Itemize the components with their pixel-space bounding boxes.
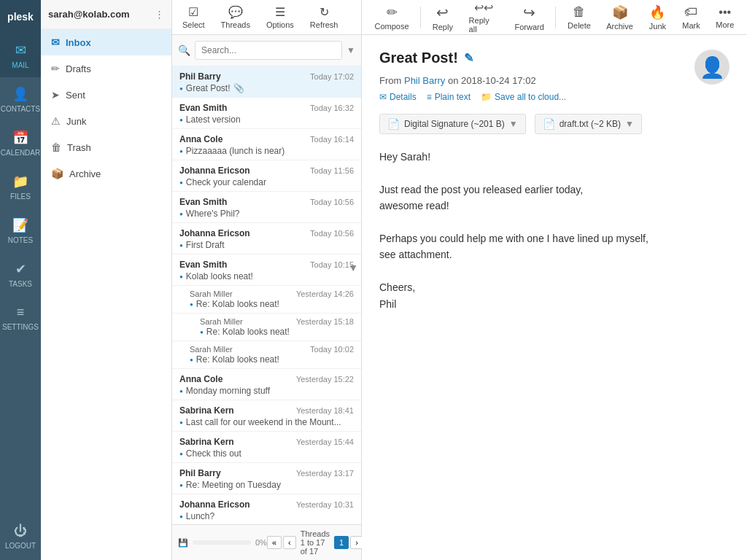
options-label: Options — [266, 20, 294, 29]
threads-icon: 💬 — [228, 5, 243, 19]
avatar-placeholder: 👤 — [700, 55, 725, 79]
folder-panel: sarah@kolab.com ⋮ ✉ Inbox ✏ Drafts ➤ Sen… — [41, 0, 172, 560]
refresh-button[interactable]: ↻ Refresh — [303, 2, 346, 32]
folder-header-more-icon[interactable]: ⋮ — [155, 9, 164, 20]
folder-item-drafts-label: Drafts — [66, 63, 91, 74]
thread-collapse-icon[interactable]: ▼ — [348, 262, 358, 273]
email-header-row: Great Post! ✎ From Phil Barry on 2018-10… — [379, 50, 729, 114]
search-dropdown-icon[interactable]: ▼ — [347, 45, 355, 55]
archive-button[interactable]: 📦 Archive — [600, 1, 640, 34]
message-item[interactable]: Phil Barry Yesterday 13:17 ● Re: Meeting… — [172, 463, 361, 494]
junk-button[interactable]: 🔥 Junk — [641, 1, 673, 34]
sub-msg-sender: Sarah Miller — [190, 345, 233, 354]
email-body-line: Cheers, — [379, 279, 729, 295]
email-date: on 2018-10-24 17:02 — [448, 75, 536, 86]
unread-dot: ● — [179, 242, 183, 249]
pagination-prev-button[interactable]: ‹ — [283, 536, 296, 549]
message-item[interactable]: Evan Smith Today 10:56 ● Where's Phil? — [172, 192, 361, 223]
message-item[interactable]: Evan Smith Today 16:32 ● Latest version — [172, 98, 361, 129]
save-all-link[interactable]: 📁 Save all to cloud... — [481, 92, 566, 102]
mark-icon: 🏷 — [684, 4, 697, 20]
email-body-line: Perhaps you could help me with one I hav… — [379, 230, 729, 246]
digital-sig-dropdown[interactable]: ▼ — [509, 119, 518, 129]
plesk-logo: plesk — [0, 0, 41, 34]
draft-dropdown[interactable]: ▼ — [625, 119, 634, 129]
msg-subject: ● First Draft — [179, 240, 354, 250]
options-button[interactable]: ☰ Options — [259, 2, 301, 32]
message-item[interactable]: Phil Barry Today 17:02 ● Great Post! 📎 — [172, 66, 361, 98]
select-button[interactable]: ☑ Select — [175, 2, 212, 32]
message-item[interactable]: Anna Cole Today 16:14 ● Pizzaaaaa (lunch… — [172, 129, 361, 160]
msg-subject: ● Lunch? — [179, 511, 354, 521]
attachment-digital-sig[interactable]: 📄 Digital Signature (~201 B) ▼ — [379, 114, 526, 134]
sidebar-item-mail-label: MAIL — [12, 61, 28, 69]
msg-sender: Anna Cole — [179, 374, 222, 384]
plain-text-link[interactable]: ≡ Plain text — [427, 92, 471, 102]
folder-item-drafts[interactable]: ✏ Drafts — [41, 55, 171, 82]
compose-button[interactable]: ✏ Compose — [368, 1, 416, 34]
search-input[interactable] — [195, 41, 342, 60]
sidebar-item-mail[interactable]: ✉ MAIL — [0, 34, 41, 77]
folder-item-inbox[interactable]: ✉ Inbox — [41, 29, 171, 55]
email-meta: From Phil Barry on 2018-10-24 17:02 — [379, 75, 694, 86]
reply-button[interactable]: ↩ Reply — [425, 1, 460, 34]
email-actions-row: ✉ Details ≡ Plain text 📁 Save all to clo… — [379, 92, 694, 102]
mark-button[interactable]: 🏷 Mark — [675, 1, 707, 33]
sidebar-item-logout[interactable]: ⏻ LOGOUT — [0, 516, 41, 557]
storage-bar: 💾 0% — [178, 538, 267, 548]
email-edit-icon[interactable]: ✎ — [464, 51, 473, 65]
sub-message-item[interactable]: Sarah Miller Yesterday 15:18 ● Re: Kolab… — [172, 314, 361, 341]
folder-header-user: sarah@kolab.com — [48, 9, 130, 20]
sidebar-item-settings[interactable]: ≡ SETTINGS — [0, 296, 41, 340]
folder-item-archive[interactable]: 📦 Archive — [41, 160, 171, 187]
mark-label: Mark — [682, 21, 700, 30]
folder-item-trash[interactable]: 🗑 Trash — [41, 134, 171, 160]
message-item[interactable]: Johanna Ericson Today 10:56 ● First Draf… — [172, 223, 361, 254]
main-area: ✏ Compose ↩ Reply ↩↩ Reply all ↪ Forward… — [362, 0, 747, 560]
save-all-label: Save all to cloud... — [495, 92, 566, 102]
save-all-icon: 📁 — [481, 92, 492, 102]
sidebar-item-notes[interactable]: 📝 NOTES — [0, 209, 41, 252]
notes-icon: 📝 — [12, 217, 28, 233]
sidebar-item-notes-label: NOTES — [8, 236, 33, 244]
sub-message-item[interactable]: Sarah Miller Today 10:02 ● Re: Kolab loo… — [172, 341, 361, 369]
unread-dot: ● — [179, 85, 183, 92]
toolbar-separator — [420, 7, 421, 28]
folder-item-junk[interactable]: ⚠ Junk — [41, 108, 171, 134]
details-link[interactable]: ✉ Details — [379, 92, 417, 102]
msg-subject: ● Re: Meeting on Tuesday — [179, 480, 354, 490]
pagination-first-button[interactable]: « — [267, 536, 282, 549]
email-from-name[interactable]: Phil Barry — [404, 75, 445, 86]
reply-all-button[interactable]: ↩↩ Reply all — [462, 0, 506, 36]
junk-label: Junk — [649, 22, 666, 31]
reply-all-icon: ↩↩ — [474, 1, 493, 15]
junk-icon: ⚠ — [51, 115, 61, 127]
sidebar-item-contacts[interactable]: 👤 CONTACTS — [0, 77, 41, 121]
unread-dot: ● — [179, 451, 183, 457]
message-item[interactable]: Sabrina Kern Yesterday 18:41 ● Last call… — [172, 400, 361, 432]
message-item[interactable]: Johanna Ericson Yesterday 10:31 ● Lunch? — [172, 494, 361, 524]
attachment-draft[interactable]: 📄 draft.txt (~2 KB) ▼ — [535, 114, 642, 134]
search-bar: 🔍 ▼ — [172, 35, 361, 66]
message-item[interactable]: Sabrina Kern Yesterday 15:44 ● Check thi… — [172, 432, 361, 463]
sub-message-item[interactable]: Sarah Miller Yesterday 14:26 ● Re: Kolab… — [172, 286, 361, 314]
pagination-page-1[interactable]: 1 — [334, 536, 349, 549]
threads-button[interactable]: 💬 Threads — [214, 2, 258, 32]
more-label: More — [716, 20, 734, 29]
sidebar-item-files[interactable]: 📁 FILES — [0, 165, 41, 209]
message-item[interactable]: Johanna Ericson Today 11:56 ● Check your… — [172, 160, 361, 192]
sidebar-item-calendar[interactable]: 📅 CALENDAR — [0, 121, 41, 165]
email-from-label: From — [379, 75, 401, 86]
message-item[interactable]: Anna Cole Yesterday 15:22 ● Monday morni… — [172, 369, 361, 400]
sub-msg-subject: ● Re: Kolab looks neat! — [190, 354, 354, 365]
unread-dot: ● — [179, 419, 183, 426]
folder-item-sent[interactable]: ➤ Sent — [41, 82, 171, 108]
forward-button[interactable]: ↪ Forward — [508, 1, 551, 34]
pagination-text: Threads 1 to 17 of 17 — [301, 529, 330, 556]
message-item[interactable]: Evan Smith Today 10:15 ● Kolab looks nea… — [172, 254, 361, 286]
delete-button[interactable]: 🗑 Delete — [560, 1, 597, 33]
sidebar-item-tasks[interactable]: ✔ TASKS — [0, 252, 41, 296]
more-button[interactable]: ••• More — [708, 3, 741, 32]
unread-dot: ● — [179, 117, 183, 123]
msg-subject: ● Great Post! 📎 — [179, 83, 354, 93]
